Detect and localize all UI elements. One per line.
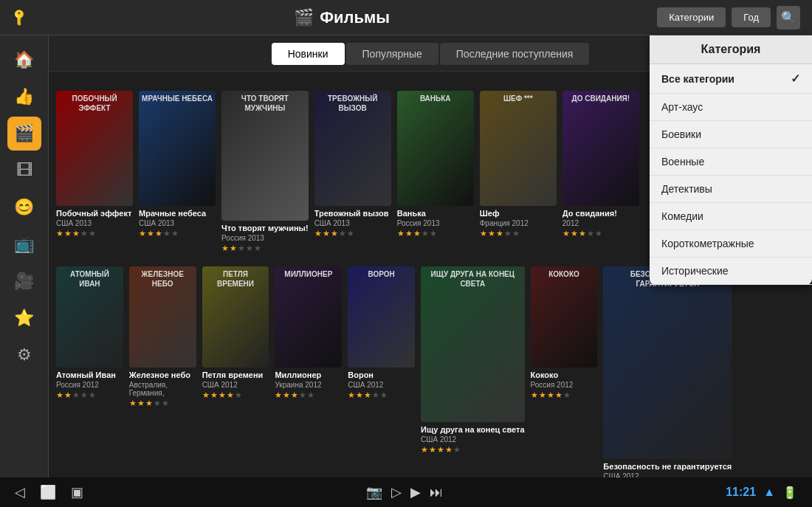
- category-item-comedy[interactable]: Комедии: [650, 203, 812, 230]
- poster-label-3: ЧТО ТВОРЯТ МУЖЧИНЫ: [221, 91, 309, 116]
- movie-stars-11: ★★★★★: [275, 390, 342, 400]
- movie-card-3[interactable]: ЧТО ТВОРЯТ МУЖЧИНЫ Что творят мужчины! Р…: [221, 91, 309, 255]
- movie-info-3: Что творят мужчины! Россия 2013 ★★★★★: [221, 221, 309, 255]
- sidebar-item-thumbs[interactable]: 👍: [7, 80, 41, 114]
- movie-card-15[interactable]: БЕЗОПАСНОСТЬ НЕ ГАРАНТИРУЕТСЯ Безопаснос…: [603, 266, 732, 477]
- movie-card-11[interactable]: МИЛЛИОНЕР Миллионер Украина 2012 ★★★★★: [275, 266, 342, 477]
- poster-label-14: КОКОКО: [531, 266, 598, 282]
- movie-info-1: Побочный эффект США 2013 ★★★★★: [56, 206, 133, 240]
- year-button[interactable]: Год: [732, 7, 771, 27]
- movie-info-13: Ищу друга на конец света США 2012 ★★★★★: [421, 422, 524, 456]
- sidebar-item-face[interactable]: 😊: [7, 190, 41, 224]
- tab-new[interactable]: Новинки: [272, 43, 345, 65]
- movie-meta-12: США 2012: [348, 381, 415, 389]
- movie-stars-9: ★★★★★: [129, 399, 196, 408]
- checkmark-icon: ✓: [791, 72, 800, 86]
- app-icon: 🎬: [294, 8, 314, 27]
- poster-label-8: АТОМНЫЙ ИВАН: [56, 266, 123, 292]
- movie-stars-7: ★★★★★: [562, 229, 639, 238]
- category-item-action[interactable]: Боевики: [650, 121, 812, 148]
- movie-card-14[interactable]: КОКОКО Кококо Россия 2012 ★★★★★: [531, 266, 598, 477]
- category-label-military: Военные: [661, 156, 704, 168]
- poster-label-13: ИЩУ ДРУГА НА КОНЕЦ СВЕТА: [421, 266, 524, 292]
- movie-meta-8: Россия 2012: [56, 381, 123, 389]
- movie-title-13: Ищу друга на конец света: [421, 425, 524, 435]
- movie-meta-9: Австралия, Германия,: [129, 381, 196, 397]
- movie-card-13[interactable]: ИЩУ ДРУГА НА КОНЕЦ СВЕТА Ищу друга на ко…: [421, 266, 524, 477]
- movie-stars-1: ★★★★★: [56, 229, 133, 238]
- movie-info-15: Безопасность не гарантируется США 2012 ★…: [603, 459, 732, 477]
- movie-poster-1: ПОБОЧНЫЙ ЭФФЕКТ: [56, 91, 133, 206]
- category-dropdown-header: Категория: [650, 35, 812, 64]
- sidebar-item-clapboard[interactable]: 🎥: [7, 264, 41, 298]
- movie-card-5[interactable]: ВАНЬКА Ванька Россия 2013 ★★★★★: [397, 91, 474, 255]
- movie-title-3: Что творят мужчины!: [221, 224, 309, 233]
- movie-card-8[interactable]: АТОМНЫЙ ИВАН Атомный Иван Россия 2012 ★★…: [56, 266, 123, 477]
- movie-meta-7: 2012: [562, 219, 639, 227]
- movie-meta-14: Россия 2012: [531, 381, 598, 389]
- home-nav-icon[interactable]: ⬜: [40, 484, 56, 500]
- movie-poster-10: ПЕТЛЯ ВРЕМЕНИ: [202, 266, 269, 367]
- category-item-short[interactable]: Короткометражные: [650, 230, 812, 258]
- movie-meta-2: США 2013: [139, 219, 216, 227]
- sidebar-item-home[interactable]: 🏠: [7, 43, 41, 77]
- movie-card-12[interactable]: ВОРОН Ворон США 2012 ★★★★★: [348, 266, 415, 477]
- category-item-all[interactable]: Все категории ✓: [650, 64, 812, 94]
- movie-poster-3: ЧТО ТВОРЯТ МУЖЧИНЫ: [221, 91, 309, 221]
- movie-title-6: Шеф: [480, 209, 557, 218]
- poster-label-9: ЖЕЛЕЗНОЕ НЕБО: [129, 266, 196, 292]
- movie-poster-5: ВАНЬКА: [397, 91, 474, 206]
- category-label-arthaus: Арт-хаус: [661, 101, 703, 113]
- sidebar-item-settings[interactable]: ⚙: [7, 338, 41, 372]
- movie-title-14: Кококо: [531, 370, 598, 380]
- movie-poster-14: КОКОКО: [531, 266, 598, 367]
- sidebar-item-film[interactable]: 🎞: [7, 154, 41, 187]
- movie-card-4[interactable]: ТРЕВОЖНЫЙ ВЫЗОВ Тревожный вызов США 2013…: [314, 91, 391, 255]
- movie-card-6[interactable]: ШЕФ *** Шеф Франция 2012 ★★★★★: [480, 91, 557, 255]
- movie-card-1[interactable]: ПОБОЧНЫЙ ЭФФЕКТ Побочный эффект США 2013…: [56, 91, 133, 255]
- movie-stars-14: ★★★★★: [531, 390, 598, 400]
- categories-button[interactable]: Категории: [657, 7, 726, 27]
- movie-meta-10: США 2012: [202, 381, 269, 389]
- movie-info-5: Ванька Россия 2013 ★★★★★: [397, 206, 474, 240]
- tab-popular[interactable]: Популярные: [346, 43, 438, 65]
- category-item-arthaus[interactable]: Арт-хаус: [650, 94, 812, 121]
- movie-title-5: Ванька: [397, 209, 474, 218]
- category-item-historical[interactable]: Исторические: [650, 258, 812, 285]
- camera-icon[interactable]: 📷: [366, 484, 382, 500]
- movie-poster-2: МРАЧНЫЕ НЕБЕСА: [139, 91, 216, 206]
- fastforward-icon[interactable]: ▶: [410, 484, 421, 500]
- movie-title-1: Побочный эффект: [56, 209, 133, 218]
- movie-card-7[interactable]: ДО СВИДАНИЯ! До свидания! 2012 ★★★★★: [562, 91, 639, 255]
- clock: 11:21: [726, 486, 756, 499]
- movie-stars-13: ★★★★★: [421, 445, 524, 455]
- back-icon[interactable]: ◁: [15, 484, 25, 500]
- poster-label-4: ТРЕВОЖНЫЙ ВЫЗОВ: [314, 91, 391, 116]
- movie-info-11: Миллионер Украина 2012 ★★★★★: [275, 368, 342, 401]
- movie-poster-13: ИЩУ ДРУГА НА КОНЕЦ СВЕТА: [421, 266, 524, 422]
- play-icon[interactable]: ▷: [391, 484, 402, 500]
- movie-meta-11: Украина 2012: [275, 381, 342, 389]
- movie-card-10[interactable]: ПЕТЛЯ ВРЕМЕНИ Петля времени США 2012 ★★★…: [202, 266, 269, 477]
- movie-stars-4: ★★★★★: [314, 229, 391, 238]
- sidebar-item-movies[interactable]: 🎬: [7, 117, 41, 151]
- tab-recent[interactable]: Последние поступления: [440, 43, 590, 65]
- movie-title-15: Безопасность не гарантируется: [603, 462, 732, 472]
- movie-info-9: Железное небо Австралия, Германия, ★★★★★: [129, 368, 196, 410]
- movie-card-2[interactable]: МРАЧНЫЕ НЕБЕСА Мрачные небеса США 2013 ★…: [139, 91, 216, 255]
- movie-meta-5: Россия 2013: [397, 219, 474, 227]
- category-item-detective[interactable]: Детективы: [650, 176, 812, 203]
- bottom-center-controls: 📷 ▷ ▶ ⏭: [366, 484, 443, 500]
- movie-card-9[interactable]: ЖЕЛЕЗНОЕ НЕБО Железное небо Австралия, Г…: [129, 266, 196, 477]
- recents-icon[interactable]: ▣: [71, 484, 83, 500]
- search-icon: 🔍: [781, 10, 796, 24]
- sidebar-item-star[interactable]: ⭐: [7, 301, 41, 335]
- battery-icon: 🔋: [782, 486, 797, 500]
- skip-icon[interactable]: ⏭: [430, 485, 443, 500]
- category-item-military[interactable]: Военные: [650, 148, 812, 176]
- search-button[interactable]: 🔍: [777, 6, 800, 30]
- sidebar-item-tv[interactable]: 📺: [7, 227, 41, 261]
- movie-info-14: Кококо Россия 2012 ★★★★★: [531, 368, 598, 401]
- movie-poster-9: ЖЕЛЕЗНОЕ НЕБО: [129, 266, 196, 367]
- movie-meta-1: США 2013: [56, 219, 133, 227]
